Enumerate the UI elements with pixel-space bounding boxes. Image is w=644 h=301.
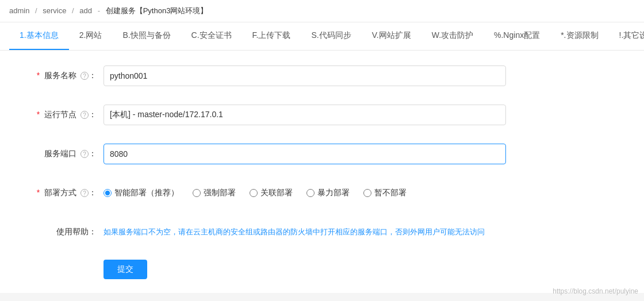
service-name-label: * 服务名称 ?： [23, 71, 103, 81]
breadcrumb-bar: admin / service / add - 创建服务【Python3网站环境… [0, 0, 644, 22]
tab-other[interactable]: !.其它设置 [609, 22, 644, 50]
help-label: 使用帮助： [23, 227, 103, 237]
breadcrumb-admin[interactable]: admin [9, 6, 29, 15]
breadcrumb-sep-3: - [98, 6, 100, 15]
tab-resource[interactable]: *.资源限制 [550, 22, 608, 50]
run-node-input[interactable] [103, 105, 506, 125]
service-name-row: * 服务名称 ?： [23, 64, 621, 87]
run-node-hint-icon[interactable]: ? [80, 111, 89, 119]
deploy-method-hint-icon[interactable]: ? [80, 189, 89, 197]
service-name-label-text: 服务名称 [44, 71, 76, 80]
run-node-control [103, 105, 621, 125]
breadcrumb-title: 创建服务【Python3网站环境】 [106, 6, 208, 15]
deploy-method-label: * 部署方式 ?： [23, 188, 103, 198]
deploy-brute-radio[interactable] [306, 189, 315, 197]
deploy-brute-label: 暴力部署 [317, 188, 350, 198]
deploy-smart-option[interactable]: 智能部署（推荐） [103, 188, 179, 198]
deploy-force-label: 强制部署 [204, 188, 236, 198]
service-port-control [103, 144, 621, 164]
service-name-required: * [37, 71, 40, 80]
service-port-hint-icon[interactable]: ? [80, 150, 89, 158]
help-label-text: 使用帮助 [56, 227, 89, 236]
tab-snapshot[interactable]: B.快照与备份 [112, 22, 181, 50]
deploy-associate-radio[interactable] [250, 189, 258, 197]
deploy-associate-label: 关联部署 [260, 188, 293, 198]
service-name-hint-icon[interactable]: ? [80, 72, 89, 80]
service-port-row: 服务端口 ?： [23, 142, 621, 165]
run-node-row: * 运行节点 ?： [23, 103, 621, 126]
breadcrumb-service[interactable]: service [43, 6, 66, 15]
deploy-method-control: 智能部署（推荐） 强制部署 关联部署 暴力部署 [103, 188, 621, 198]
deploy-nodeploy-radio[interactable] [363, 189, 371, 197]
run-node-label: * 运行节点 ?： [23, 110, 103, 120]
run-node-required: * [37, 110, 40, 119]
breadcrumb-sep-2: / [72, 6, 74, 15]
deploy-method-radio-group: 智能部署（推荐） 强制部署 关联部署 暴力部署 [103, 188, 621, 198]
deploy-force-radio[interactable] [193, 189, 201, 197]
help-text: 如果服务端口不为空，请在云主机商的安全组或路由器的防火墙中打开相应的服务端口，否… [103, 226, 506, 238]
deploy-smart-radio[interactable] [103, 189, 112, 197]
tab-upload[interactable]: F.上传下载 [242, 22, 301, 50]
main-content: * 服务名称 ?： * 运行节点 ?： 服务端口 ?： [0, 51, 644, 293]
deploy-force-option[interactable]: 强制部署 [193, 188, 236, 198]
tabs-bar: 1.基本信息 2.网站 B.快照与备份 C.安全证书 F.上传下载 S.代码同步… [0, 22, 644, 51]
deploy-method-label-text: 部署方式 [44, 188, 76, 197]
tab-nginx[interactable]: %.Nginx配置 [484, 22, 550, 50]
breadcrumb-add: add [79, 6, 92, 15]
run-node-label-text: 运行节点 [44, 110, 76, 119]
deploy-associate-option[interactable]: 关联部署 [250, 188, 293, 198]
service-port-label: 服务端口 ?： [23, 149, 103, 159]
tab-cert[interactable]: C.安全证书 [181, 22, 242, 50]
deploy-brute-option[interactable]: 暴力部署 [306, 188, 350, 198]
service-port-input[interactable] [103, 144, 506, 164]
deploy-nodeploy-label: 暂不部署 [374, 188, 407, 198]
help-control: 如果服务端口不为空，请在云主机商的安全组或路由器的防火墙中打开相应的服务端口，否… [103, 226, 621, 238]
breadcrumb-sep-1: / [35, 6, 37, 15]
tab-basic[interactable]: 1.基本信息 [9, 22, 69, 50]
service-name-input[interactable] [103, 65, 506, 86]
service-name-control [103, 65, 621, 86]
deploy-method-row: * 部署方式 ?： 智能部署（推荐） 强制部署 关联部署 [23, 182, 621, 204]
form-section: * 服务名称 ?： * 运行节点 ?： 服务端口 ?： [0, 64, 644, 279]
tab-website[interactable]: 2.网站 [69, 22, 113, 50]
service-port-label-text: 服务端口 [44, 149, 76, 158]
deploy-nodeploy-option[interactable]: 暂不部署 [363, 188, 407, 198]
submit-button[interactable]: 提交 [103, 260, 147, 279]
tab-codesync[interactable]: S.代码同步 [301, 22, 362, 50]
tab-attack[interactable]: W.攻击防护 [421, 22, 484, 50]
deploy-smart-label: 智能部署（推荐） [114, 188, 179, 198]
help-row: 使用帮助： 如果服务端口不为空，请在云主机商的安全组或路由器的防火墙中打开相应的… [23, 221, 621, 244]
submit-row: 提交 [23, 260, 621, 279]
watermark: https://blog.csdn.net/pulyine [553, 287, 638, 293]
tab-extend[interactable]: V.网站扩展 [362, 22, 421, 50]
deploy-method-required: * [37, 188, 40, 197]
